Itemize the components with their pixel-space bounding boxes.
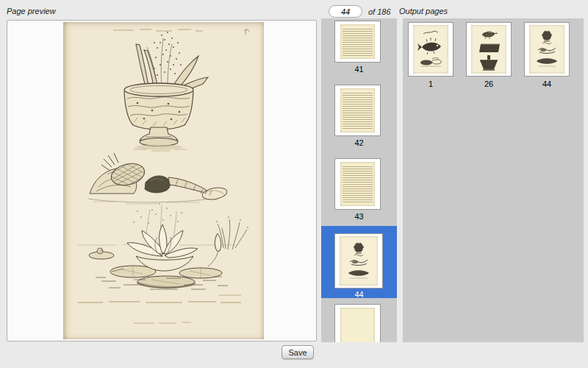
- water-lily-sketch: [78, 203, 248, 289]
- faint-header-text: [113, 29, 203, 31]
- faint-caption-text: [78, 302, 241, 302]
- bird-basket-plate-thumbnail: [471, 25, 506, 74]
- preview-panel: [7, 20, 317, 342]
- blank-page-thumbnail: [340, 308, 375, 342]
- bird-basket-plate-mini: [474, 28, 503, 71]
- thumbnail-label-43: 43: [321, 212, 397, 221]
- page-preview-label: Page preview: [7, 7, 56, 15]
- output-pages-panel: 1 26: [403, 18, 584, 342]
- output-label-44: 44: [524, 79, 570, 88]
- thumbnail-label-41: 41: [321, 65, 397, 74]
- page-44-mini-plates: [532, 28, 562, 71]
- page-extractor-window: Page preview: [0, 0, 588, 368]
- save-button[interactable]: Save: [282, 345, 314, 359]
- selected-thumbnail-page-44[interactable]: 44: [321, 226, 397, 298]
- output-label-1: 1: [408, 79, 453, 88]
- plates-page-thumbnail: [529, 25, 564, 74]
- output-label-26: 26: [466, 79, 512, 88]
- page-44-plates-illustration: [63, 22, 264, 339]
- faint-caption-text-2: [134, 295, 241, 323]
- thumbnail-page-41[interactable]: [334, 21, 381, 63]
- page-thumbnail-strip[interactable]: 41 42 43: [321, 18, 397, 342]
- plates-page-thumbnail: [340, 236, 378, 286]
- output-page-1[interactable]: [408, 22, 453, 77]
- thumbnail-page-43[interactable]: [334, 158, 381, 210]
- output-page-44[interactable]: [524, 22, 570, 77]
- output-pages-label: Output pages: [399, 7, 448, 15]
- page-number-input[interactable]: [329, 5, 362, 18]
- text-page-thumbnail: [340, 88, 375, 132]
- page-corner-mark: [244, 29, 249, 35]
- thumbnail-label-44: 44: [321, 290, 397, 299]
- text-page-thumbnail: [340, 162, 375, 206]
- jardiniere-sketch: [124, 32, 208, 151]
- thumbnail-page-44[interactable]: [334, 233, 383, 289]
- thumbnail-label-42: 42: [321, 138, 397, 147]
- thumbnail-page-45-partial[interactable]: [334, 304, 381, 342]
- preview-page: [63, 22, 264, 339]
- page-count-label: of 186: [368, 7, 391, 16]
- fish-plate-mini: [416, 28, 445, 71]
- text-page-thumbnail: [340, 24, 375, 59]
- page-44-mini-plates: [344, 240, 373, 283]
- fish-plate-thumbnail: [413, 25, 448, 74]
- output-page-26[interactable]: [466, 22, 512, 77]
- pineapple-still-life-sketch: [88, 153, 228, 204]
- thumbnail-page-42[interactable]: [334, 85, 381, 136]
